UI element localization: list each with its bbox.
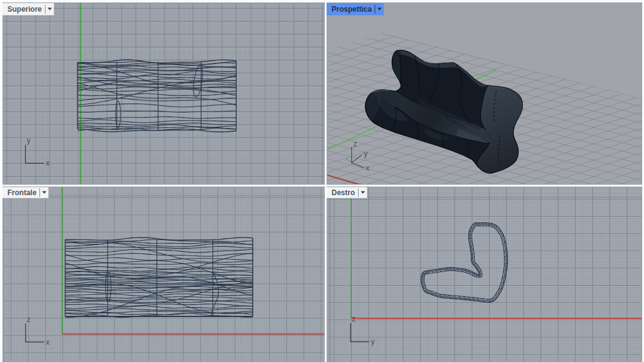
svg-text:x: x (46, 159, 49, 167)
svg-text:y: y (364, 150, 368, 158)
svg-text:y: y (371, 337, 375, 346)
svg-text:z: z (354, 140, 357, 148)
svg-text:x: x (366, 164, 370, 172)
svg-text:y: y (26, 136, 30, 145)
svg-text:z: z (27, 315, 31, 324)
svg-text:x: x (46, 338, 50, 347)
svg-text:z: z (352, 315, 356, 323)
